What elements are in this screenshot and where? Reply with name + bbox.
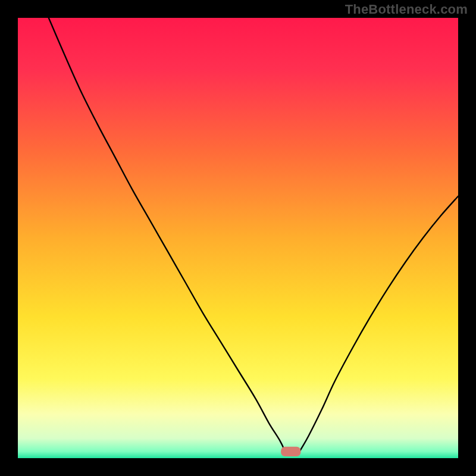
- minimum-marker: [281, 447, 300, 456]
- chart-frame: TheBottleneck.com: [0, 0, 476, 476]
- attribution-text: TheBottleneck.com: [345, 2, 468, 17]
- plot-area: [18, 18, 458, 458]
- gradient-background: [18, 18, 458, 458]
- bottleneck-chart: [18, 18, 458, 458]
